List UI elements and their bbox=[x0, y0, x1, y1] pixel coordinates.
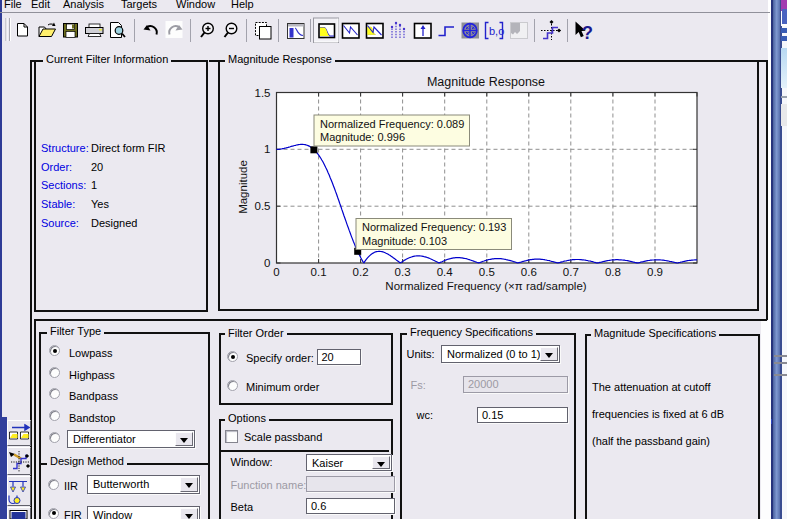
svg-text:0.2: 0.2 bbox=[353, 266, 369, 278]
svg-text:0.7: 0.7 bbox=[563, 266, 579, 278]
svg-text:Normalized Frequency: 0.193: Normalized Frequency: 0.193 bbox=[362, 221, 506, 233]
svg-text:Magnitude: 0.996: Magnitude: 0.996 bbox=[320, 131, 405, 143]
svg-text:Magnitude: 0.103: Magnitude: 0.103 bbox=[362, 235, 447, 247]
svg-text:0.4: 0.4 bbox=[437, 266, 454, 278]
svg-text:1.5: 1.5 bbox=[255, 87, 271, 99]
svg-text:0.6: 0.6 bbox=[521, 266, 537, 278]
svg-text:0.8: 0.8 bbox=[605, 266, 621, 278]
svg-text:0.5: 0.5 bbox=[255, 200, 271, 212]
svg-text:0.9: 0.9 bbox=[647, 266, 663, 278]
svg-text:Magnitude Response: Magnitude Response bbox=[427, 75, 545, 89]
svg-text:Magnitude: Magnitude bbox=[237, 160, 249, 214]
svg-text:1: 1 bbox=[264, 143, 270, 155]
svg-text:Normalized Frequency (×π rad/: Normalized Frequency (×π rad/sample) bbox=[385, 280, 586, 292]
svg-text:Normalized Frequency: 0.089: Normalized Frequency: 0.089 bbox=[320, 118, 464, 130]
svg-text:0: 0 bbox=[273, 266, 279, 278]
svg-text:0: 0 bbox=[264, 257, 270, 269]
svg-text:0.3: 0.3 bbox=[395, 266, 411, 278]
svg-text:0.1: 0.1 bbox=[311, 266, 327, 278]
svg-text:0.5: 0.5 bbox=[479, 266, 495, 278]
